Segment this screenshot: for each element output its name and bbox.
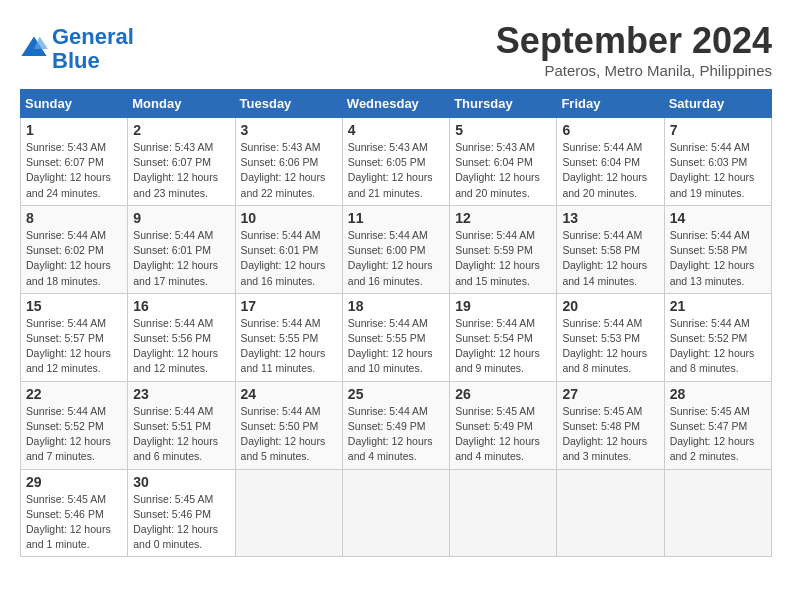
calendar-cell [235, 469, 342, 557]
day-info: Sunrise: 5:43 AM Sunset: 6:07 PM Dayligh… [26, 140, 122, 201]
calendar-cell: 11 Sunrise: 5:44 AM Sunset: 6:00 PM Dayl… [342, 205, 449, 293]
day-info: Sunrise: 5:44 AM Sunset: 6:01 PM Dayligh… [241, 228, 337, 289]
day-number: 24 [241, 386, 337, 402]
day-info: Sunrise: 5:43 AM Sunset: 6:06 PM Dayligh… [241, 140, 337, 201]
calendar-cell: 26 Sunrise: 5:45 AM Sunset: 5:49 PM Dayl… [450, 381, 557, 469]
calendar-cell [450, 469, 557, 557]
calendar-row: 1 Sunrise: 5:43 AM Sunset: 6:07 PM Dayli… [21, 118, 772, 206]
col-sunday: Sunday [21, 90, 128, 118]
day-info: Sunrise: 5:44 AM Sunset: 5:53 PM Dayligh… [562, 316, 658, 377]
day-info: Sunrise: 5:45 AM Sunset: 5:46 PM Dayligh… [26, 492, 122, 553]
logo: General Blue [20, 25, 134, 73]
day-number: 16 [133, 298, 229, 314]
col-friday: Friday [557, 90, 664, 118]
day-number: 1 [26, 122, 122, 138]
calendar-cell: 12 Sunrise: 5:44 AM Sunset: 5:59 PM Dayl… [450, 205, 557, 293]
calendar-row: 29 Sunrise: 5:45 AM Sunset: 5:46 PM Dayl… [21, 469, 772, 557]
logo-text: General Blue [52, 25, 134, 73]
day-number: 19 [455, 298, 551, 314]
day-info: Sunrise: 5:44 AM Sunset: 5:52 PM Dayligh… [26, 404, 122, 465]
calendar-row: 22 Sunrise: 5:44 AM Sunset: 5:52 PM Dayl… [21, 381, 772, 469]
day-info: Sunrise: 5:44 AM Sunset: 5:55 PM Dayligh… [241, 316, 337, 377]
day-number: 30 [133, 474, 229, 490]
calendar-cell: 10 Sunrise: 5:44 AM Sunset: 6:01 PM Dayl… [235, 205, 342, 293]
day-info: Sunrise: 5:45 AM Sunset: 5:46 PM Dayligh… [133, 492, 229, 553]
day-number: 20 [562, 298, 658, 314]
day-number: 7 [670, 122, 766, 138]
calendar-cell: 21 Sunrise: 5:44 AM Sunset: 5:52 PM Dayl… [664, 293, 771, 381]
day-info: Sunrise: 5:43 AM Sunset: 6:07 PM Dayligh… [133, 140, 229, 201]
day-info: Sunrise: 5:44 AM Sunset: 5:58 PM Dayligh… [670, 228, 766, 289]
calendar-cell: 5 Sunrise: 5:43 AM Sunset: 6:04 PM Dayli… [450, 118, 557, 206]
calendar-cell: 17 Sunrise: 5:44 AM Sunset: 5:55 PM Dayl… [235, 293, 342, 381]
day-info: Sunrise: 5:44 AM Sunset: 5:55 PM Dayligh… [348, 316, 444, 377]
day-info: Sunrise: 5:43 AM Sunset: 6:04 PM Dayligh… [455, 140, 551, 201]
title-area: September 2024 Pateros, Metro Manila, Ph… [496, 20, 772, 79]
day-number: 22 [26, 386, 122, 402]
calendar-cell: 19 Sunrise: 5:44 AM Sunset: 5:54 PM Dayl… [450, 293, 557, 381]
day-number: 11 [348, 210, 444, 226]
col-tuesday: Tuesday [235, 90, 342, 118]
calendar-cell: 27 Sunrise: 5:45 AM Sunset: 5:48 PM Dayl… [557, 381, 664, 469]
day-info: Sunrise: 5:44 AM Sunset: 5:57 PM Dayligh… [26, 316, 122, 377]
day-info: Sunrise: 5:44 AM Sunset: 5:58 PM Dayligh… [562, 228, 658, 289]
calendar-cell: 25 Sunrise: 5:44 AM Sunset: 5:49 PM Dayl… [342, 381, 449, 469]
day-info: Sunrise: 5:45 AM Sunset: 5:49 PM Dayligh… [455, 404, 551, 465]
calendar-cell: 7 Sunrise: 5:44 AM Sunset: 6:03 PM Dayli… [664, 118, 771, 206]
calendar-cell: 14 Sunrise: 5:44 AM Sunset: 5:58 PM Dayl… [664, 205, 771, 293]
col-saturday: Saturday [664, 90, 771, 118]
day-info: Sunrise: 5:44 AM Sunset: 6:01 PM Dayligh… [133, 228, 229, 289]
day-number: 26 [455, 386, 551, 402]
calendar-row: 8 Sunrise: 5:44 AM Sunset: 6:02 PM Dayli… [21, 205, 772, 293]
calendar-cell: 9 Sunrise: 5:44 AM Sunset: 6:01 PM Dayli… [128, 205, 235, 293]
calendar-cell: 22 Sunrise: 5:44 AM Sunset: 5:52 PM Dayl… [21, 381, 128, 469]
calendar-cell: 23 Sunrise: 5:44 AM Sunset: 5:51 PM Dayl… [128, 381, 235, 469]
day-number: 4 [348, 122, 444, 138]
day-number: 2 [133, 122, 229, 138]
location: Pateros, Metro Manila, Philippines [496, 62, 772, 79]
day-number: 17 [241, 298, 337, 314]
day-number: 15 [26, 298, 122, 314]
day-number: 23 [133, 386, 229, 402]
day-number: 8 [26, 210, 122, 226]
day-info: Sunrise: 5:44 AM Sunset: 5:59 PM Dayligh… [455, 228, 551, 289]
day-number: 25 [348, 386, 444, 402]
day-info: Sunrise: 5:43 AM Sunset: 6:05 PM Dayligh… [348, 140, 444, 201]
calendar-row: 15 Sunrise: 5:44 AM Sunset: 5:57 PM Dayl… [21, 293, 772, 381]
day-number: 9 [133, 210, 229, 226]
day-info: Sunrise: 5:45 AM Sunset: 5:47 PM Dayligh… [670, 404, 766, 465]
calendar-cell [557, 469, 664, 557]
day-number: 13 [562, 210, 658, 226]
calendar-cell: 28 Sunrise: 5:45 AM Sunset: 5:47 PM Dayl… [664, 381, 771, 469]
calendar-cell: 1 Sunrise: 5:43 AM Sunset: 6:07 PM Dayli… [21, 118, 128, 206]
calendar-cell: 13 Sunrise: 5:44 AM Sunset: 5:58 PM Dayl… [557, 205, 664, 293]
day-info: Sunrise: 5:44 AM Sunset: 5:49 PM Dayligh… [348, 404, 444, 465]
calendar-cell: 6 Sunrise: 5:44 AM Sunset: 6:04 PM Dayli… [557, 118, 664, 206]
calendar-cell [342, 469, 449, 557]
day-info: Sunrise: 5:45 AM Sunset: 5:48 PM Dayligh… [562, 404, 658, 465]
calendar-cell: 18 Sunrise: 5:44 AM Sunset: 5:55 PM Dayl… [342, 293, 449, 381]
calendar-cell: 3 Sunrise: 5:43 AM Sunset: 6:06 PM Dayli… [235, 118, 342, 206]
day-number: 14 [670, 210, 766, 226]
day-info: Sunrise: 5:44 AM Sunset: 5:51 PM Dayligh… [133, 404, 229, 465]
col-thursday: Thursday [450, 90, 557, 118]
day-info: Sunrise: 5:44 AM Sunset: 5:54 PM Dayligh… [455, 316, 551, 377]
day-number: 29 [26, 474, 122, 490]
calendar-cell: 15 Sunrise: 5:44 AM Sunset: 5:57 PM Dayl… [21, 293, 128, 381]
day-number: 3 [241, 122, 337, 138]
day-number: 18 [348, 298, 444, 314]
day-number: 12 [455, 210, 551, 226]
day-info: Sunrise: 5:44 AM Sunset: 5:52 PM Dayligh… [670, 316, 766, 377]
day-number: 5 [455, 122, 551, 138]
day-number: 21 [670, 298, 766, 314]
calendar-table: Sunday Monday Tuesday Wednesday Thursday… [20, 89, 772, 557]
calendar-cell: 4 Sunrise: 5:43 AM Sunset: 6:05 PM Dayli… [342, 118, 449, 206]
logo-icon [20, 35, 48, 63]
header: General Blue September 2024 Pateros, Met… [20, 20, 772, 79]
day-number: 28 [670, 386, 766, 402]
day-number: 6 [562, 122, 658, 138]
calendar-cell: 29 Sunrise: 5:45 AM Sunset: 5:46 PM Dayl… [21, 469, 128, 557]
day-info: Sunrise: 5:44 AM Sunset: 6:03 PM Dayligh… [670, 140, 766, 201]
day-info: Sunrise: 5:44 AM Sunset: 6:00 PM Dayligh… [348, 228, 444, 289]
calendar-cell: 16 Sunrise: 5:44 AM Sunset: 5:56 PM Dayl… [128, 293, 235, 381]
